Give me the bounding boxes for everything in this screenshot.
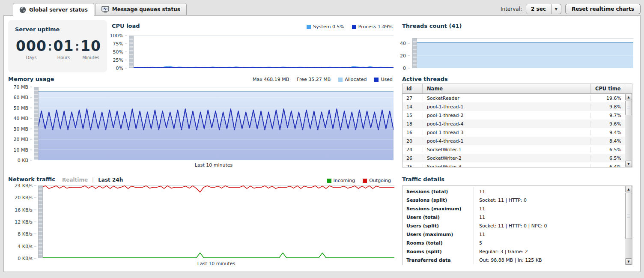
table-row: 18pool-1-thread-49.6% [402,120,625,128]
top-tab-bar: Global server status Message queues stat… [3,3,641,15]
axis-tick-label: 20 MB [13,137,32,142]
detail-value: Socket: 11 | HTTP: 0 | NPC: 0 [474,221,625,230]
detail-label: Sessions (maximum) [402,206,474,212]
axis-tick-label: 60 MB [13,95,32,100]
network-chart-footer: Last 10 minutes [38,261,394,266]
axis-tick-label: 30 MB [13,126,32,132]
legend-label: System 0.5% [313,24,344,30]
interval-select[interactable]: 2 sec ▼ [526,4,561,14]
network-traffic-title: Network traffic [8,176,55,182]
detail-value: Out: 98.88 MB | In: 125 KB [474,256,625,264]
column-header-cpu-time[interactable]: CPU time [591,84,625,93]
axis-tick-label: 0% [116,66,127,71]
table-cell: 9.6% [590,121,625,127]
detail-value: Regular: 3 | Game: 2 [474,247,625,256]
legend-swatch [363,179,367,183]
scroll-down-icon[interactable]: ▼ [625,258,632,265]
tab-label: Global server status [29,7,88,13]
table-row: 20pool-4-thread-18.4% [402,137,625,145]
legend-label: Outgoing [369,178,391,183]
table-cell: SocketWriter-3 [423,164,590,167]
axis-tick-label: 50 MB [13,105,32,111]
detail-row: Sessions (total)11 [402,187,625,196]
column-header-name[interactable]: Name [423,84,591,93]
tab-strip: Global server status Message queues stat… [13,3,187,15]
network-y-axis: 0 KB/s4 KB/s8 KB/s12 KB/s16 KB/s20 KB/s2… [12,185,36,258]
table-cell: 9.7% [590,113,625,118]
chart-scroll-handle[interactable] [34,87,39,160]
axis-tick-label: 75% [113,41,127,47]
table-cell: 20 [402,138,423,144]
table-cell: 6.5% [590,155,625,161]
server-uptime-title: Server uptime [15,26,60,33]
toolbar: Interval: 2 sec ▼ Reset realtime charts [501,4,641,15]
axis-tick-label: 50% [113,49,127,55]
table-cell: 19.6% [590,96,625,101]
table-cell: 15 [402,113,423,118]
axis-tick-label: 12 KB/s [15,219,36,225]
uptime-minutes-label: Minutes [82,55,99,60]
interval-label: Interval: [501,6,522,12]
active-threads-scrollbar[interactable]: ▲ ▼ [625,94,632,167]
table-cell: 9.8% [590,104,625,110]
table-cell: SocketWriter-2 [423,155,590,161]
scroll-up-icon[interactable]: ▲ [625,186,632,192]
scrollbar-thumb[interactable] [625,193,632,239]
scroll-down-icon[interactable]: ▼ [625,161,632,167]
scrollbar-thumb[interactable] [625,101,632,115]
axis-tick-label: 40 MB [13,116,32,121]
table-row: 14pool-1-thread-19.8% [402,102,625,111]
axis-tick-label: 10 MB [13,147,32,152]
detail-value: 11 [474,204,625,213]
legend-swatch [374,78,379,82]
memory-usage-title: Memory usage [8,76,54,82]
detail-row: Users (split)Socket: 11 | HTTP: 0 | NPC:… [402,221,625,230]
network-mode-realtime[interactable]: Realtime [62,177,88,183]
traffic-details-rows: Sessions (total)11Sessions (split)Socket… [402,186,625,265]
detail-row: Rooms (split)Regular: 3 | Game: 2 [402,247,625,256]
chart-scroll-handle[interactable] [412,38,417,68]
tab-message-queues-status[interactable]: Message queues status [95,3,187,15]
axis-tick-label: 40 [400,40,410,46]
detail-row: Transferred dataOut: 98.88 MB | In: 125 … [402,256,625,264]
detail-label: Rooms (total) [402,240,474,246]
chevron-down-icon: ▼ [551,4,561,14]
axis-tick-label: 8 KB/s [18,231,36,237]
globe-icon [19,6,26,13]
memory-y-axis: 0 KB10 MB20 MB30 MB40 MB50 MB60 MB70 MB [10,87,32,160]
detail-label: Users (split) [402,223,474,229]
traffic-details-scrollbar[interactable]: ▲ ▼ [625,186,632,265]
chart-scroll-handle[interactable] [129,36,134,68]
cpu-y-axis: 0%25%50%75%100% [107,36,127,68]
memory-usage-chart [34,87,394,160]
table-cell: SocketReader [423,96,590,101]
detail-value: Socket: 11 | HTTP: 0 [474,196,625,204]
table-cell: 8.4% [590,138,625,144]
axis-tick-label: 20 KB/s [15,195,36,200]
uptime-minutes: 10 Minutes [80,39,101,60]
table-row: 27SocketReader19.6% [402,94,625,102]
chart-scroll-handle[interactable] [38,185,43,258]
axis-tick-label: 0 KB/s [18,256,36,261]
interval-value: 2 sec [526,4,551,14]
detail-label: Users (total) [402,215,474,220]
reset-realtime-charts-button[interactable]: Reset realtime charts [565,4,641,14]
tab-global-server-status[interactable]: Global server status [13,3,94,16]
table-cell: 14 [402,104,423,110]
scroll-up-icon[interactable]: ▲ [625,94,632,100]
column-header-spacer [625,84,632,93]
uptime-days-label: Days [26,55,36,60]
legend-label: Used [381,77,393,82]
mode-separator: | [92,177,94,183]
detail-label: Sessions (split) [402,197,474,203]
network-mode-last-24h[interactable]: Last 24h [98,177,123,183]
cpu-load-title: CPU load [112,23,140,29]
table-cell: pool-1-thread-3 [423,130,590,135]
table-row: 24SocketWriter-16.5% [402,145,625,154]
detail-row: Sessions (maximum)11 [402,204,625,213]
table-cell: pool-1-thread-4 [423,121,590,127]
column-header-id[interactable]: Id [402,84,423,93]
axis-tick-label: 25% [113,57,127,63]
memory-free-label: Free 35.27 MB [297,77,331,82]
traffic-details-title: Traffic details [402,176,444,182]
